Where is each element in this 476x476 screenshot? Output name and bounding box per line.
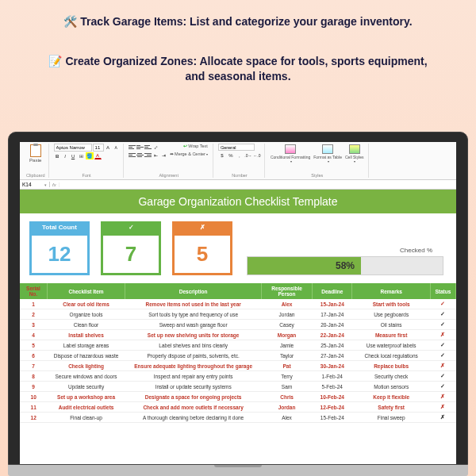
table-cell[interactable]: Set up a workshop area — [47, 392, 125, 402]
align-top-button[interactable] — [129, 144, 136, 150]
table-cell[interactable]: 7 — [20, 361, 47, 371]
table-cell[interactable]: ✗ — [430, 330, 455, 340]
table-cell[interactable]: Designate a space for ongoing projects — [125, 392, 262, 402]
table-cell[interactable]: Dispose of hazardous waste — [47, 351, 125, 361]
table-row[interactable]: 10Set up a workshop areaDesignate a spac… — [20, 392, 456, 402]
table-cell[interactable]: 12 — [20, 413, 47, 423]
table-cell[interactable]: Final sweep — [352, 413, 430, 423]
table-row[interactable]: 5Label storage areasLabel shelves and bi… — [20, 340, 456, 351]
align-center-button[interactable] — [136, 152, 144, 158]
decrease-font-button[interactable]: A — [113, 144, 120, 152]
table-cell[interactable]: 20-Jan-24 — [313, 320, 352, 330]
table-cell[interactable]: Use waterproof labels — [352, 340, 430, 351]
fill-color-button[interactable]: 🪣 — [86, 152, 94, 159]
table-cell[interactable]: Use pegboards — [352, 309, 430, 320]
table-cell[interactable]: Clean floor — [47, 320, 125, 330]
decrease-indent-button[interactable]: ⇤ — [152, 152, 159, 159]
table-cell[interactable]: Check and add more outlets if necessary — [125, 402, 262, 413]
table-row[interactable]: 1Clear out old itemsRemove items not use… — [20, 299, 456, 309]
italic-button[interactable]: I — [62, 152, 69, 159]
table-cell[interactable]: 5 — [20, 340, 47, 351]
fx-icon[interactable]: fx — [50, 182, 60, 187]
table-cell[interactable]: Check local regulations — [352, 351, 430, 361]
table-cell[interactable]: Check lighting — [47, 361, 125, 371]
table-cell[interactable]: Remove items not used in the last year — [125, 299, 262, 309]
table-cell[interactable]: Jordan — [262, 309, 313, 320]
table-cell[interactable]: ✗ — [430, 413, 455, 423]
table-cell[interactable]: ✓ — [430, 382, 455, 392]
table-cell[interactable]: 6 — [20, 351, 47, 361]
table-header[interactable]: Checklist Item — [47, 283, 125, 299]
table-row[interactable]: 3Clean floorSweep and wash garage floorC… — [20, 320, 456, 330]
worksheet[interactable]: Garage Organization Checklist Template T… — [20, 190, 456, 464]
table-row[interactable]: 9Update securityInstall or update securi… — [20, 382, 456, 392]
table-row[interactable]: 4Install shelvesSet up new shelving unit… — [20, 330, 456, 340]
table-cell[interactable]: Label shelves and bins clearly — [125, 340, 262, 351]
align-middle-button[interactable] — [136, 144, 144, 150]
table-header[interactable]: Serial No. — [20, 283, 47, 299]
table-cell[interactable]: 5-Feb-24 — [313, 382, 352, 392]
table-cell[interactable]: 10 — [20, 392, 47, 402]
table-cell[interactable]: 1 — [20, 299, 47, 309]
table-cell[interactable]: Jordan — [262, 402, 313, 413]
table-cell[interactable]: 11 — [20, 402, 47, 413]
table-cell[interactable]: Start with tools — [352, 299, 430, 309]
borders-button[interactable]: ⊞ — [78, 152, 85, 159]
table-cell[interactable]: Install or update security systems — [125, 382, 262, 392]
table-cell[interactable]: Inspect and repair any entry points — [125, 371, 262, 382]
table-header[interactable]: Responsible Person — [262, 283, 313, 299]
table-cell[interactable]: Oil stains — [352, 320, 430, 330]
bold-button[interactable]: B — [54, 152, 61, 159]
table-cell[interactable]: Secure windows and doors — [47, 371, 125, 382]
table-cell[interactable]: ✗ — [430, 361, 455, 371]
table-cell[interactable]: Terry — [262, 371, 313, 382]
underline-button[interactable]: U — [70, 152, 77, 159]
table-row[interactable]: 6Dispose of hazardous wasteProperly disp… — [20, 351, 456, 361]
table-cell[interactable]: Final clean-up — [47, 413, 125, 423]
align-bottom-button[interactable] — [144, 144, 152, 150]
table-cell[interactable]: 22-Jan-24 — [313, 330, 352, 340]
table-cell[interactable]: 4 — [20, 330, 47, 340]
table-cell[interactable]: Pat — [262, 361, 313, 371]
table-cell[interactable]: Label storage areas — [47, 340, 125, 351]
table-cell[interactable]: 15-Jan-24 — [313, 299, 352, 309]
table-cell[interactable]: 15-Feb-24 — [313, 413, 352, 423]
table-row[interactable]: 2Organize toolsSort tools by type and fr… — [20, 309, 456, 320]
table-cell[interactable]: Alex — [262, 413, 313, 423]
table-cell[interactable]: Ensure adequate lighting throughout the … — [125, 361, 262, 371]
increase-indent-button[interactable]: ⇥ — [160, 152, 167, 159]
table-cell[interactable]: Morgan — [262, 330, 313, 340]
table-cell[interactable]: ✓ — [430, 299, 455, 309]
increase-font-button[interactable]: A — [105, 144, 112, 152]
table-cell[interactable]: A thorough cleaning before declaring it … — [125, 413, 262, 423]
table-cell[interactable]: 2 — [20, 309, 47, 320]
table-cell[interactable]: 3 — [20, 320, 47, 330]
table-cell[interactable]: Replace bulbs — [352, 361, 430, 371]
merge-center-button[interactable]: ⬌ Merge & Center▾ — [168, 152, 209, 159]
table-cell[interactable]: 30-Jan-24 — [313, 361, 352, 371]
table-cell[interactable]: Motion sensors — [352, 382, 430, 392]
table-cell[interactable]: ✓ — [430, 340, 455, 351]
checklist-table[interactable]: Serial No.Checklist ItemDescriptionRespo… — [20, 283, 456, 423]
name-box[interactable]: K14 — [20, 182, 50, 187]
align-left-button[interactable] — [129, 152, 136, 158]
table-row[interactable]: 8Secure windows and doorsInspect and rep… — [20, 371, 456, 382]
table-cell[interactable]: Audit electrical outlets — [47, 402, 125, 413]
number-format-select[interactable] — [218, 144, 255, 151]
table-row[interactable]: 7Check lightingEnsure adequate lighting … — [20, 361, 456, 371]
table-cell[interactable]: 12-Feb-24 — [313, 402, 352, 413]
paste-button[interactable]: Paste — [26, 144, 45, 163]
table-cell[interactable]: Sam — [262, 382, 313, 392]
table-cell[interactable]: 27-Jan-24 — [313, 351, 352, 361]
font-name-select[interactable] — [54, 144, 92, 152]
table-cell[interactable]: 25-Jan-24 — [313, 340, 352, 351]
table-cell[interactable]: Properly dispose of paints, solvents, et… — [125, 351, 262, 361]
table-header[interactable]: Description — [125, 283, 262, 299]
table-header[interactable]: Remarks — [352, 283, 430, 299]
table-cell[interactable]: Taylor — [262, 351, 313, 361]
cell-styles-button[interactable]: Cell Styles▾ — [344, 144, 365, 164]
comma-button[interactable]: , — [236, 152, 244, 159]
table-cell[interactable]: Keep it flexible — [352, 392, 430, 402]
currency-button[interactable]: $ — [218, 152, 226, 159]
table-cell[interactable]: Security check — [352, 371, 430, 382]
